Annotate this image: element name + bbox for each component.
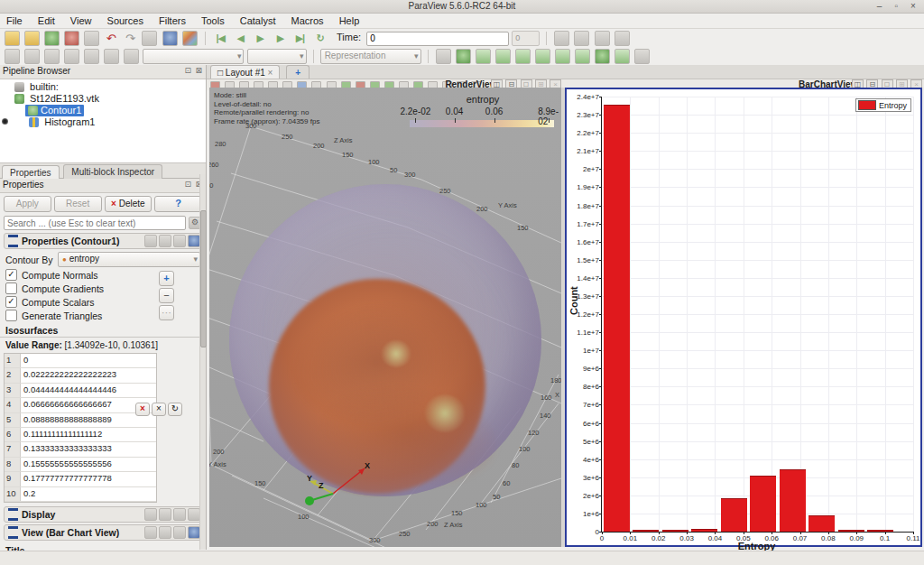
time-index-spinbox[interactable]: 0 [512, 31, 540, 46]
render-viewport[interactable]: Mode: still Level-of-detail: no Remote/p… [209, 88, 561, 547]
first-frame-button[interactable]: |◀ [212, 32, 229, 44]
edit-color-map-icon[interactable] [24, 49, 40, 64]
group-datasets-filter-icon[interactable] [614, 49, 630, 64]
toggle-color-legend-icon[interactable] [5, 49, 20, 64]
camera-link-icon[interactable] [554, 31, 569, 46]
copy-properties-icon[interactable] [144, 508, 157, 521]
reset-defaults-icon[interactable] [173, 235, 186, 247]
extract-block-filter-icon[interactable] [634, 49, 650, 64]
section-display[interactable]: Display [4, 506, 202, 523]
table-row[interactable]: 90.17777777777777778 [5, 472, 156, 486]
delete-button[interactable]: × Delete [105, 196, 152, 212]
reset-camera-icon[interactable] [574, 31, 589, 46]
menu-edit[interactable]: Edit [32, 14, 61, 28]
apply-changes-icon[interactable] [142, 31, 157, 46]
copy-properties-icon[interactable] [144, 235, 157, 247]
auto-apply-clock-icon[interactable] [84, 31, 99, 46]
pipeline-item-builtin[interactable]: builtin: [0, 81, 206, 93]
menu-view[interactable]: View [64, 14, 98, 28]
slice-filter-icon[interactable] [495, 49, 511, 64]
menu-help[interactable]: Help [333, 14, 366, 28]
paste-properties-icon[interactable] [159, 235, 171, 247]
find-data-icon[interactable] [162, 31, 178, 46]
copy-properties-icon[interactable] [144, 526, 157, 539]
search-input[interactable] [4, 216, 186, 230]
maximize-button[interactable]: ▫ [889, 0, 903, 12]
save-data-icon[interactable] [24, 31, 40, 46]
table-row[interactable]: 50.08888888888888889 [5, 413, 156, 428]
section-properties-contour[interactable]: Properties (Contour1) [4, 233, 202, 249]
loop-button[interactable]: ↻ [311, 32, 328, 44]
pipeline-item-source[interactable]: St12dE1193.vtk [0, 93, 206, 105]
contour-filter-icon[interactable] [456, 49, 471, 64]
pipeline-item-histogram[interactable]: Histogram1 [0, 116, 206, 128]
reset-defaults-icon[interactable] [173, 526, 186, 539]
pipeline-item-contour[interactable]: Contour1 [0, 105, 206, 116]
previous-frame-button[interactable]: ◀ [232, 32, 249, 44]
last-frame-button[interactable]: ▶| [291, 32, 309, 44]
table-row[interactable]: 30.044444444444444446 [5, 384, 156, 398]
rescale-temporal-range-icon[interactable] [84, 49, 99, 64]
warp-filter-icon[interactable] [595, 49, 610, 64]
minimize-button[interactable]: – [872, 0, 886, 12]
table-row[interactable]: 60.11111111111111112 [5, 428, 156, 442]
restore-defaults-button[interactable]: ↻ [168, 403, 182, 416]
rescale-visible-range-icon[interactable] [104, 49, 119, 64]
play-button[interactable]: ▶ [252, 32, 269, 44]
time-input[interactable] [366, 32, 509, 46]
clip-filter-icon[interactable] [476, 49, 491, 64]
menu-catalyst[interactable]: Catalyst [234, 14, 282, 28]
properties-scrollbar[interactable] [199, 174, 206, 550]
table-row[interactable]: 20.022222222222222223 [5, 368, 156, 383]
close-tab-icon[interactable]: × [268, 68, 273, 78]
close-panel-icon[interactable]: ⊠ [195, 66, 202, 75]
chart-plot-area[interactable]: 00.010.020.030.040.050.060.070.080.090.1… [601, 97, 913, 533]
field-association-combo[interactable] [143, 49, 244, 64]
menu-sources[interactable]: Sources [101, 14, 150, 28]
add-layout-tab[interactable]: + [286, 65, 310, 79]
tab-multiblock-inspector[interactable]: Multi-block Inspector [63, 164, 162, 179]
save-defaults-icon[interactable] [188, 235, 200, 247]
table-row[interactable]: 10 [5, 354, 156, 368]
next-frame-button[interactable]: ▶ [272, 32, 289, 44]
threshold-filter-icon[interactable] [515, 49, 531, 64]
tab-properties[interactable]: Properties [2, 165, 60, 180]
array-combo[interactable] [247, 49, 307, 64]
paste-properties-icon[interactable] [159, 508, 171, 521]
color-palette-icon[interactable] [182, 31, 198, 46]
visibility-eye-icon[interactable] [2, 118, 8, 125]
table-row[interactable]: 80.15555555555555556 [5, 458, 156, 472]
apply-button[interactable]: Apply [4, 196, 51, 212]
color-legend[interactable]: entropy 2.2e-020.040.068.9e-02 [406, 94, 559, 105]
reset-defaults-icon[interactable] [173, 508, 186, 521]
undock-panel-icon[interactable]: ⊡ [184, 66, 191, 75]
extract-subset-filter-icon[interactable] [535, 49, 550, 64]
table-row[interactable]: 100.2 [5, 487, 156, 502]
zoom-closest-icon[interactable] [614, 31, 630, 46]
undo-icon[interactable]: ↶ [103, 32, 119, 45]
menu-file[interactable]: File [0, 14, 29, 28]
glyph-filter-icon[interactable] [555, 49, 570, 64]
remove-value-button[interactable]: − [159, 288, 174, 303]
menu-filters[interactable]: Filters [152, 14, 192, 28]
choose-preset-icon[interactable] [124, 49, 139, 64]
rescale-custom-range-icon[interactable] [64, 49, 79, 64]
calculator-filter-icon[interactable] [436, 49, 451, 64]
range-values-button[interactable]: ⋯ [159, 305, 174, 320]
reset-camera-closest-icon[interactable] [595, 31, 610, 46]
table-row[interactable]: 40.06666666666666667 [5, 398, 156, 412]
rescale-data-range-icon[interactable] [44, 49, 60, 64]
representation-combo[interactable]: Representation [320, 49, 421, 64]
menu-tools[interactable]: Tools [195, 14, 231, 28]
contour-by-combo[interactable]: ● entropy [58, 252, 200, 267]
disconnect-icon[interactable] [64, 31, 79, 46]
add-value-button[interactable]: + [159, 271, 174, 286]
reset-button[interactable]: Reset [54, 196, 102, 212]
connect-icon[interactable] [44, 31, 60, 46]
clear-selection-button[interactable]: × [152, 403, 166, 416]
redo-icon[interactable]: ↷ [122, 32, 138, 45]
undock-panel-icon[interactable]: ⊡ [184, 180, 191, 189]
bar-chart-view[interactable]: 00.010.020.030.040.050.060.070.080.090.1… [565, 88, 922, 547]
paste-properties-icon[interactable] [159, 526, 171, 539]
save-defaults-icon[interactable] [188, 526, 200, 539]
